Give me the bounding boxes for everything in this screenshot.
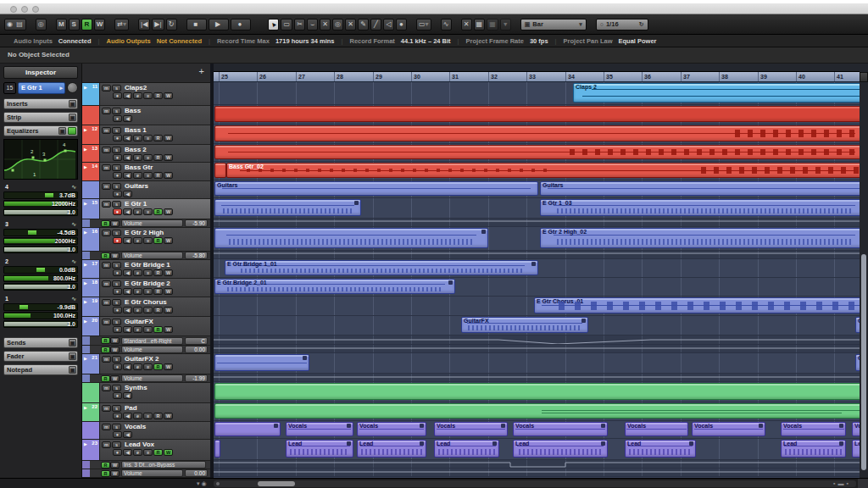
section-icon[interactable]: ▣ [69,352,76,360]
track-inserts-button[interactable]: ≡ [143,92,153,99]
automation-lane-volume[interactable]: RWVolume0.00 [82,346,210,354]
track-edit-button[interactable]: e [133,237,142,244]
track-e-gtr-bridge-2[interactable]: ▶18msE Gtr Bridge 2●◀e≡RW [82,279,210,297]
section-icon[interactable]: ▣ [69,339,76,347]
eq-band-3-q-slider[interactable]: 1.0 [3,246,78,253]
cycle-button[interactable]: ↻ [166,19,177,30]
track-e-gtr-bridge-1[interactable]: ▶17msE Gtr Bridge 1●◀e≡RW [82,260,210,279]
track-mute-button[interactable]: m [102,299,111,306]
track-edit-button[interactable]: e [133,154,142,161]
track-mute-button[interactable]: m [102,183,111,190]
track-inserts-button[interactable]: ≡ [143,172,153,179]
track-read-button[interactable]: R [153,237,163,244]
track-inserts-button[interactable]: ≡ [143,269,153,276]
track-bass-2[interactable]: ▶13msBass 2●◀e≡RW [82,145,210,163]
automation-curve[interactable] [214,336,860,345]
clip-vocals[interactable]: Vocals [781,422,846,436]
ruler-bar-30[interactable]: 30 [411,72,420,81]
eq-band-1-freq-slider[interactable]: 100.0Hz [3,312,78,319]
ruler-bar-39[interactable]: 39 [758,72,767,81]
eq-band-3-gain-slider[interactable]: -4.5dB [3,229,78,236]
track-write-button[interactable]: W [164,449,173,456]
track-monitor-button[interactable]: ◀ [123,363,132,370]
track-solo-button[interactable]: s [112,441,121,448]
zoom-tool[interactable]: ◎ [332,19,343,30]
track-read-button[interactable]: R [153,208,163,215]
clip-lead[interactable]: Lead [357,440,426,458]
lane-read-button[interactable]: R [101,470,110,477]
clip-lead[interactable]: Lead [434,440,499,458]
section-equalizers[interactable]: Equalizers▣ [3,125,78,136]
track-color-strip[interactable] [82,106,100,125]
track-solo-button[interactable]: s [112,108,121,114]
clip-vocals[interactable]: Vocals [286,422,353,436]
ruler-bar-33[interactable]: 33 [526,72,536,81]
track-monitor-button[interactable]: ◀ [123,154,132,161]
track-record-button[interactable]: ● [113,92,122,99]
track-inserts-button[interactable]: ≡ [143,449,153,456]
vertical-scrollbar[interactable] [860,64,868,478]
track-edit-button[interactable]: e [133,208,142,215]
go-to-end-button[interactable]: ▶| [152,19,164,30]
lane-parameter-label[interactable]: Standard...eft-Right [121,337,183,345]
timeline-ruler[interactable]: 2526272829303132333435363738394041 [214,72,860,82]
solo-all-button[interactable]: S [69,19,80,30]
section-icon[interactable]: ▣ [58,127,66,135]
track-read-button[interactable]: R [153,135,163,141]
track-write-button[interactable]: W [164,237,173,244]
lane-write-button[interactable]: W [110,337,120,344]
clip-vocals[interactable]: Vocals [625,422,688,436]
track-edit-button[interactable]: e [133,172,142,179]
track-solo-button[interactable]: s [112,424,121,430]
clip-bass-2[interactable] [214,145,860,159]
track-bass-1[interactable]: ▶12msBass 1●◀e≡RW [82,125,210,145]
track-write-button[interactable]: W [164,135,173,141]
read-all-button[interactable]: R [81,19,92,30]
eq-gain-thumb[interactable] [19,305,28,309]
track-color-strip[interactable]: ▶13 [82,145,100,162]
track-color-strip[interactable]: ▶19 [82,297,100,316]
track-record-button[interactable]: ● [113,237,122,244]
eq-band-1-gain-slider[interactable]: -9.9dB [3,303,78,311]
eq-curve-type-icon[interactable]: ∿ [71,184,76,191]
track-write-button[interactable]: W [164,269,173,276]
grid-button[interactable]: ▦ [474,19,486,30]
track-write-button[interactable]: W [164,154,173,161]
ruler-corner-button[interactable] [860,72,868,82]
track-monitor-button[interactable]: ◀ [123,135,132,141]
track-color-strip[interactable]: ▶12 [82,125,100,144]
window-close-button[interactable] [10,6,17,13]
ruler-bar-26[interactable]: 26 [257,72,266,81]
lane-parameter-value[interactable]: -5.90 [185,219,208,227]
lane-write-button[interactable]: W [110,462,120,469]
track-color-strip[interactable]: ▶14 [82,163,100,180]
lane-parameter-label[interactable]: Volume [121,469,183,477]
track-record-button[interactable]: ● [113,449,122,456]
track-record-button[interactable]: ● [113,413,122,419]
lane-parameter-label[interactable]: Ins. 3 Dt...on-Bypass [121,461,206,469]
lane-parameter-label[interactable]: Volume [121,374,183,382]
track-bass-gtr[interactable]: ▶14msBass Gtr●◀e≡RW [82,163,210,181]
automation-lane-volume[interactable]: RWVolume0.00 [82,469,210,478]
eq-gain-thumb[interactable] [45,193,53,197]
clip-vocals[interactable] [214,422,281,436]
track-write-button[interactable]: W [164,288,173,295]
eq-band-2-gain-slider[interactable]: 0.0dB [3,266,78,274]
clip-synths[interactable] [214,383,860,400]
clip-pad[interactable] [214,403,860,419]
track-mute-button[interactable]: m [102,108,111,114]
erase-tool[interactable]: ✕ [320,19,331,30]
ruler-bar-40[interactable]: 40 [796,72,805,81]
lane-write-button[interactable]: W [110,470,120,477]
track-guitarfx[interactable]: ▶20msGuitarFX●◀e≡RW [82,317,210,336]
clip-bass-gtr-02[interactable]: Bass Gtr_02 [226,163,860,178]
track-edit-button[interactable]: e [133,288,142,295]
clip-bass-gtr[interactable] [214,163,226,178]
eq-band-2-freq-slider[interactable]: 800.0Hz [3,274,78,282]
lane-parameter-value[interactable]: 0.00 [185,346,208,353]
track-guitars[interactable]: msGuitars●◀ [82,181,210,199]
clip-lead-vox[interactable] [214,440,220,458]
add-track-button[interactable]: + [199,66,204,76]
track-solo-button[interactable]: s [112,356,121,363]
track-edit-button[interactable]: e [133,92,142,99]
